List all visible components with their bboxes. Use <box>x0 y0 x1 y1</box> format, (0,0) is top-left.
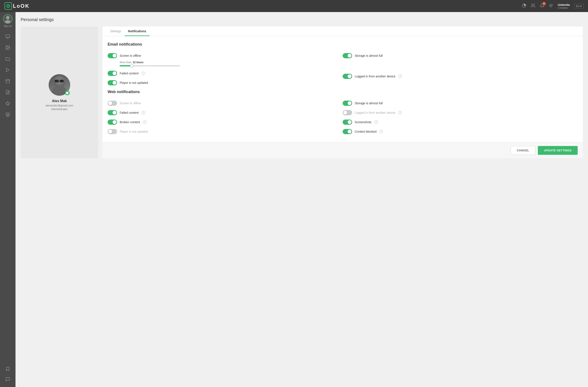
main-layout: Sign out <box>0 12 588 387</box>
svg-point-8 <box>550 5 550 6</box>
web-storage-full-label: Storage is almost full <box>355 101 383 105</box>
web-content-blocked-help-icon[interactable]: ? <box>379 130 383 133</box>
web-left-col: Screen is offline Failed content ? <box>108 98 343 136</box>
svg-point-15 <box>7 46 7 47</box>
analytics-icon[interactable] <box>522 3 526 9</box>
sidebar-item-calendar[interactable] <box>3 76 13 86</box>
toggle-web-content-blocked[interactable] <box>343 129 352 134</box>
settings-icon[interactable] <box>549 3 554 9</box>
company-name: Umbrella <box>558 3 570 6</box>
email-left-col: Screen is offline More than: 12 hours <box>108 51 343 88</box>
web-failed-content-label: Failed content <box>120 111 139 114</box>
profile-card: Alex Mak alexander@gmail.com Administrat… <box>21 26 98 158</box>
users-icon[interactable] <box>531 3 535 9</box>
toggle-row: Broken content ? <box>108 117 343 127</box>
sidebar-item-screens[interactable] <box>3 32 13 41</box>
logged-in-help-icon[interactable]: ? <box>399 75 402 78</box>
edit-avatar-button[interactable] <box>65 91 70 95</box>
toggle-web-broken-content[interactable] <box>108 119 117 125</box>
toggle-row: Failed content ? <box>108 108 343 117</box>
failed-content-help-icon[interactable]: ? <box>142 72 145 75</box>
avatar[interactable] <box>3 14 13 24</box>
page-title: Personal settings <box>21 17 583 22</box>
tab-settings[interactable]: Settings <box>107 26 125 36</box>
toggle-row: Storage is almost full <box>343 98 578 108</box>
web-broken-content-label: Broken content <box>120 120 140 124</box>
cancel-button[interactable]: CANCEL <box>510 146 535 155</box>
svg-rect-28 <box>60 80 64 82</box>
sidebar: Sign out <box>0 12 16 387</box>
toggle-row: Failed content ? <box>108 69 343 78</box>
notifications-icon[interactable]: 5 <box>540 3 545 9</box>
svg-rect-27 <box>55 80 59 82</box>
sidebar-item-bookmarks[interactable] <box>3 364 13 374</box>
sidebar-bottom <box>3 363 13 385</box>
signout-label[interactable]: Sign out <box>4 25 12 27</box>
logo-icon <box>4 2 12 10</box>
slider-label: More than: 12 hours <box>120 61 343 64</box>
web-player-not-updated-label: Player is not updated <box>120 130 148 133</box>
toggle-email-storage-full[interactable] <box>343 53 352 58</box>
toggle-row: Player is not updated <box>108 127 343 136</box>
profile-avatar-container <box>49 74 70 96</box>
toggle-email-failed-content[interactable] <box>108 71 117 76</box>
toggle-web-screen-offline[interactable] <box>108 101 117 106</box>
profile-name: Alex Mak <box>52 99 67 103</box>
logo: LоOK <box>4 2 29 10</box>
toggle-row: Screen is offline <box>108 51 343 60</box>
toggle-row: Player is not updated <box>108 78 343 88</box>
web-notifications-grid: Screen is offline Failed content ? <box>108 98 578 136</box>
company-info[interactable]: Umbrella Company <box>558 3 570 9</box>
email-player-not-updated-label: Player is not updated <box>120 81 148 84</box>
svg-point-9 <box>6 16 9 19</box>
email-right-col: Storage is almost full Logged in from an… <box>343 51 578 88</box>
sidebar-item-player[interactable] <box>3 65 13 75</box>
sidebar-item-favorites[interactable] <box>3 99 13 108</box>
toggle-web-screenshots[interactable] <box>343 119 352 125</box>
profile-role: Administrator <box>51 108 68 111</box>
sidebar-item-chat[interactable] <box>3 374 13 384</box>
toggle-email-player-not-updated[interactable] <box>108 80 117 85</box>
email-logged-in-label: Logged in from another device <box>355 75 395 78</box>
sidebar-item-layers[interactable] <box>3 110 13 119</box>
web-logged-in-help-icon[interactable]: ? <box>399 111 402 114</box>
toggle-web-storage-full[interactable] <box>343 101 352 106</box>
web-failed-content-help-icon[interactable]: ? <box>142 111 145 114</box>
sidebar-item-folders[interactable] <box>3 54 13 63</box>
header: LоOK 5 Umbrella Compa <box>0 0 588 12</box>
slider-track[interactable] <box>120 65 180 66</box>
slider-value: 12 hours <box>133 61 144 64</box>
toggle-web-logged-in[interactable] <box>343 110 352 115</box>
svg-rect-11 <box>6 35 10 38</box>
toggle-row: Screen is offline <box>108 98 343 108</box>
web-content-blocked-label: Content blocked <box>355 130 377 133</box>
update-settings-button[interactable]: UPDATE SETTINGS <box>538 146 578 155</box>
svg-point-4 <box>532 4 533 5</box>
toggle-row: Content blocked ? <box>343 127 578 136</box>
svg-marker-24 <box>6 113 10 115</box>
web-screenshots-help-icon[interactable]: ? <box>375 120 378 124</box>
svg-marker-23 <box>6 101 10 105</box>
tab-notifications[interactable]: Notifications <box>125 26 150 36</box>
notification-badge: 5 <box>542 2 546 5</box>
slider-container: More than: 12 hours <box>108 60 343 69</box>
email-screen-offline-label: Screen is offline <box>120 54 141 58</box>
slider-thumb[interactable] <box>130 64 133 68</box>
spacer <box>343 60 578 72</box>
sidebar-item-images[interactable] <box>3 43 13 52</box>
email-storage-full-label: Storage is almost full <box>355 54 383 58</box>
toggle-web-player-not-updated[interactable] <box>108 129 117 134</box>
settings-content: Email notifications Screen is offline <box>103 36 583 142</box>
header-right: 5 Umbrella Company En ▾ <box>522 3 584 9</box>
lang-selector[interactable]: En ▾ <box>574 4 584 9</box>
toggle-web-failed-content[interactable] <box>108 110 117 115</box>
sidebar-item-documents[interactable] <box>3 88 13 97</box>
web-logged-in-label: Logged in from another device <box>355 111 395 114</box>
web-screenshots-label: Screenshots <box>355 120 372 124</box>
web-broken-content-help-icon[interactable]: ? <box>143 120 146 124</box>
toggle-email-logged-in[interactable] <box>343 74 352 79</box>
toggle-email-screen-offline[interactable] <box>108 53 117 58</box>
toggle-row: Storage is almost full <box>343 51 578 60</box>
svg-point-30 <box>52 86 67 96</box>
web-right-col: Storage is almost full Logged in from an… <box>343 98 578 136</box>
